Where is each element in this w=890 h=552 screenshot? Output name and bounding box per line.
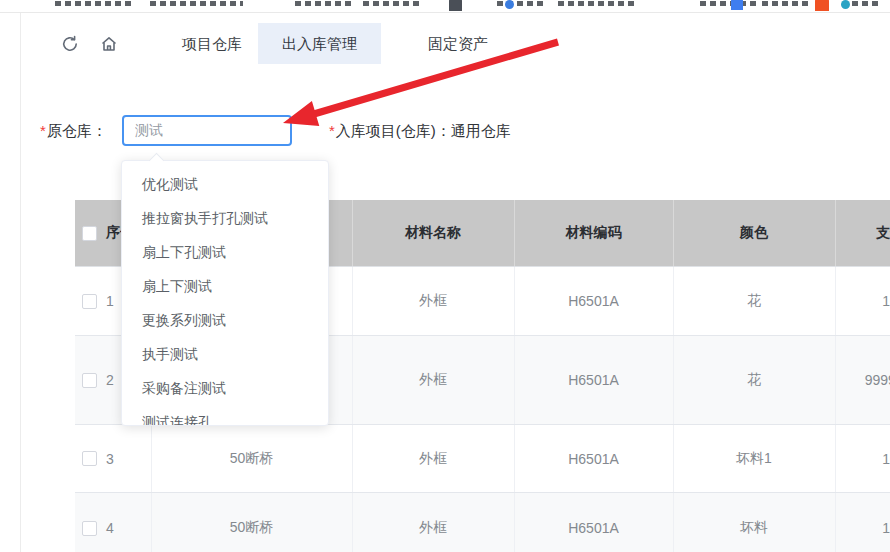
row-number: 2 (106, 372, 114, 388)
table-cell: 9999.99 (835, 336, 890, 425)
table-cell: H6501A (514, 336, 673, 425)
table-cell: 花 (673, 267, 835, 336)
red-app-icon[interactable] (815, 0, 829, 11)
bookmark-text-fragment[interactable] (363, 1, 423, 6)
table-cell: 外框 (352, 267, 514, 336)
refresh-icon[interactable] (60, 34, 80, 54)
dropdown-item[interactable]: 优化测试 (122, 167, 328, 201)
dropdown-item[interactable]: 扇上下孔测试 (122, 235, 328, 269)
table-row: 350断桥外框H6501A坏料110 (75, 425, 890, 493)
dropdown-item[interactable]: 推拉窗执手打孔测试 (122, 201, 328, 235)
teal-dot-icon[interactable] (841, 0, 850, 9)
dark-app-icon[interactable] (449, 0, 462, 11)
home-icon[interactable] (99, 34, 119, 54)
source-warehouse-label: *原仓库： (40, 116, 107, 146)
column-header: 颜色 (673, 200, 835, 267)
table-cell: 10 (835, 493, 890, 552)
table-cell: H6501A (514, 267, 673, 336)
row-number: 4 (106, 520, 114, 536)
row-checkbox[interactable] (82, 373, 97, 388)
blue-app-icon[interactable] (731, 0, 743, 10)
dropdown-item[interactable]: 测试连接孔 (122, 405, 328, 426)
tab-1[interactable]: 项目仓库 (158, 23, 266, 64)
tab-toolbar: 项目仓库出入库管理固定资产 (21, 13, 890, 73)
table-cell: 坏料 (673, 493, 835, 552)
table-cell: 外框 (352, 336, 514, 425)
content-left-border (20, 12, 21, 552)
dropdown-item[interactable]: 扇上下测试 (122, 269, 328, 303)
browser-bookmarks-strip (0, 0, 890, 13)
bookmark-text-fragment[interactable] (700, 1, 756, 6)
table-cell: H6501A (514, 425, 673, 493)
dropdown-item[interactable]: 执手测试 (122, 337, 328, 371)
target-warehouse-label: *入库项目(仓库)：通用仓库 (329, 116, 511, 146)
tab-2[interactable]: 出入库管理 (258, 23, 381, 64)
blue-dot-icon[interactable] (505, 0, 514, 9)
table-cell: 坏料1 (673, 425, 835, 493)
row-checkbox[interactable] (82, 451, 97, 466)
row-checkbox[interactable] (82, 521, 97, 536)
table-row: 450断桥外框H6501A坏料10 (75, 493, 890, 552)
bookmark-text-fragment[interactable] (762, 1, 810, 6)
warehouse-dropdown: 优化测试推拉窗执手打孔测试扇上下孔测试扇上下测试更换系列测试执手测试采购备注测试… (121, 160, 329, 426)
bookmark-text-fragment[interactable] (55, 1, 133, 6)
row-checkbox[interactable] (82, 294, 97, 309)
tab-3[interactable]: 固定资产 (404, 23, 512, 64)
table-cell: 外框 (352, 425, 514, 493)
table-cell: 10 (835, 425, 890, 493)
dropdown-item[interactable]: 更换系列测试 (122, 303, 328, 337)
warehouse-page: { "browser_bar": { "icons": [ {"name": "… (0, 0, 890, 552)
row-number: 1 (106, 293, 114, 309)
column-header: 材料名称 (352, 200, 514, 267)
select-all-checkbox[interactable] (82, 226, 97, 241)
column-header: 材料编码 (514, 200, 673, 267)
bookmark-text-fragment[interactable] (852, 1, 878, 6)
table-cell: 3 (75, 425, 151, 493)
source-warehouse-input[interactable] (122, 115, 292, 146)
table-cell: H6501A (514, 493, 673, 552)
required-asterisk: * (40, 122, 46, 139)
column-header: 支长 (835, 200, 890, 267)
table-cell: 4 (75, 493, 151, 552)
target-warehouse-value: 通用仓库 (451, 122, 511, 139)
table-cell: 50断桥 (151, 425, 352, 493)
bookmark-text-fragment[interactable] (295, 1, 353, 6)
bookmark-text-fragment[interactable] (150, 1, 243, 6)
table-cell: 50断桥 (151, 493, 352, 552)
row-number: 3 (106, 451, 114, 467)
table-cell: 10 (835, 267, 890, 336)
bookmark-text-fragment[interactable] (558, 1, 638, 6)
table-cell: 外框 (352, 493, 514, 552)
table-cell: 花 (673, 336, 835, 425)
required-asterisk: * (329, 122, 335, 139)
dropdown-item[interactable]: 采购备注测试 (122, 371, 328, 405)
